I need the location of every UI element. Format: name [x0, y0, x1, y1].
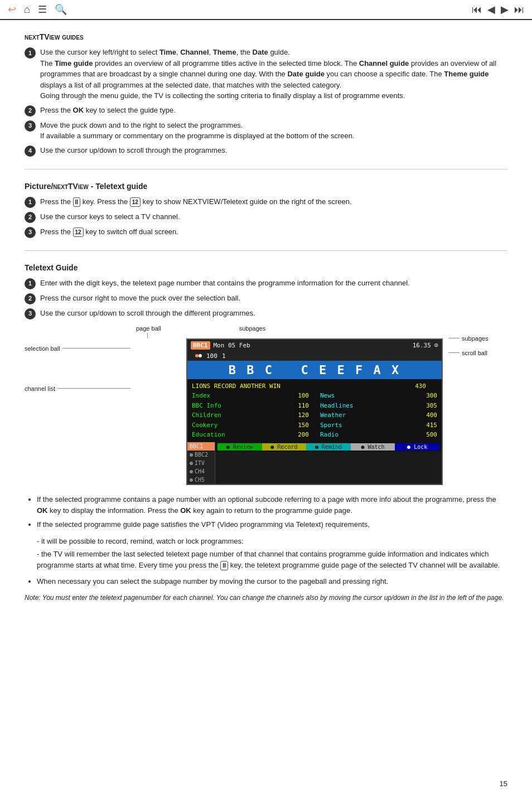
ch-ch5-row: CH5	[187, 476, 215, 484]
teletext-bullet-3: When necessary you can select the subpag…	[25, 576, 507, 587]
tt-num-2b: 305	[379, 401, 437, 411]
selection-ball-connector	[62, 348, 130, 348]
section-title-text: nextTView guides	[25, 32, 84, 41]
selection-ball-label-text: selection ball	[25, 345, 60, 352]
tt-headline: B B C C E E F A X	[187, 361, 442, 379]
page-ball-vert-line	[147, 333, 148, 338]
note-text: Note: You must enter the teletext pagenu…	[25, 593, 507, 603]
nexttview-step-3-content: Move the puck down and to the right to s…	[40, 120, 507, 142]
bold-date-guide: Date guide	[287, 70, 324, 78]
picture-teletext-section: Picture/nextTView - Teletext guide 1 Pre…	[25, 182, 507, 238]
diagram-top-labels: page ball subpages	[136, 325, 507, 332]
picture-teletext-title: Picture/nextTView - Teletext guide	[25, 182, 507, 191]
bold-channel-guide: Channel guide	[359, 59, 409, 67]
step-num-3: 3	[25, 120, 36, 132]
home-icon[interactable]: ⌂	[24, 4, 30, 16]
footer-lock: ● Lock	[395, 443, 439, 451]
tt-index: Index	[192, 391, 250, 401]
bold-time-guide: Time guide	[55, 59, 93, 67]
footer-watch: ● Watch	[351, 443, 395, 451]
tt-content-row-4: Cookery 150 Sports 415	[192, 420, 437, 430]
skip-forward-icon[interactable]: ⏭	[514, 4, 524, 16]
ch-ch5: CH5	[195, 477, 205, 483]
tt-content: LIONS RECORD ANOTHER WIN 430 Index 100 N…	[187, 379, 442, 443]
nexttview-step-2: 2 Press the OK key to select the guide t…	[25, 105, 507, 117]
nexttview-title: nextTView guides	[25, 32, 507, 41]
subpages-label: subpages	[239, 325, 266, 332]
bullet-2: If the selected programme guide page sat…	[37, 519, 507, 530]
nexttview-section: nextTView guides 1 Use the cursor key le…	[25, 32, 507, 157]
nexttview-step-4-content: Use the cursor up/down to scroll through…	[40, 145, 507, 156]
pt-step-1: 1 Press the II key. Press the 12 key to …	[25, 196, 507, 208]
tg-step-1-content: Enter with the digit keys, the teletext …	[40, 278, 507, 289]
diagram-main: selection ball channel list	[25, 333, 507, 486]
prev-icon[interactable]: ◀	[487, 3, 495, 16]
dash-1: it will be possible to record, remind, w…	[25, 536, 507, 547]
nexttview-step-1: 1 Use the cursor key left/right to selec…	[25, 47, 507, 101]
pt-step-3-content: Press the 12 key to switch off dual scre…	[40, 226, 507, 238]
tt-screen-wrapper: BBC1 Mon 05 Feb 16.35 ⊙ 100 1	[130, 333, 443, 486]
tt-bbcinfo: BBC Info	[192, 401, 250, 411]
scroll-ball-right-text: scroll ball	[462, 350, 487, 356]
divider-1	[25, 169, 507, 170]
tt-time: 16.35	[413, 342, 431, 349]
tt-num-2a: 110	[250, 401, 320, 411]
bold-theme-guide: Theme guide	[444, 70, 489, 78]
toolbar-left: ↩ ⌂ ☰ 🔍	[8, 3, 67, 16]
ok-bold-1: OK	[37, 506, 48, 515]
key-ii-ref: II	[220, 561, 228, 570]
selection-ball-line: selection ball	[25, 345, 130, 352]
skip-back-icon[interactable]: ⏮	[472, 4, 482, 16]
teletext-title-text: Teletext Guide	[25, 263, 78, 272]
footer-remind: ● Remind	[306, 443, 351, 451]
ch-ch4: CH4	[195, 468, 205, 474]
ch-bbc1-row: BBC1	[187, 442, 215, 451]
key-12-b: 12	[73, 227, 84, 237]
main-content: nextTView guides 1 Use the cursor key le…	[0, 20, 532, 619]
step-num-1: 1	[25, 47, 36, 59]
nexttview-step-3: 3 Move the puck down and to the right to…	[25, 120, 507, 142]
tt-education: Education	[192, 430, 250, 440]
pt-step-num-1: 1	[25, 197, 36, 208]
tt-num-4a: 150	[250, 420, 320, 430]
ch-bbc2-row: BBC2	[187, 451, 215, 459]
search-icon[interactable]: 🔍	[55, 3, 67, 16]
back-icon[interactable]: ↩	[8, 3, 16, 16]
tg-step-2-content: Press the cursor right to move the puck …	[40, 293, 507, 304]
ch-bbc1: BBC1	[190, 443, 203, 449]
tt-content-row-2: BBC Info 110 Headlines 305	[192, 401, 437, 411]
ch-ch4-row: CH4	[187, 467, 215, 476]
bullet-3: When necessary you can select the subpag…	[37, 576, 507, 587]
channel-list-line: channel list	[25, 385, 130, 392]
channel-logo: BBC1	[191, 341, 210, 350]
key-12-a: 12	[130, 197, 141, 207]
teletext-diagram: page ball subpages selection ball channe…	[25, 325, 507, 486]
tt-dot-2	[199, 354, 202, 357]
bold-date: Date	[253, 48, 268, 56]
ch-itv: ITV	[195, 460, 205, 466]
tt-page-row: 100 1	[187, 351, 442, 361]
tt-num-0: 430	[309, 381, 437, 391]
key-ii: II	[73, 197, 81, 207]
channel-list-label-text: channel list	[25, 385, 55, 392]
tg-step-3-content: Use the cursor up/down to scroll through…	[40, 308, 507, 319]
nexttview-step-1-content: Use the cursor key left/right to select …	[40, 47, 507, 101]
tt-content-row-5: Education 200 Radio 500	[192, 430, 437, 440]
pt-step-num-3: 3	[25, 227, 36, 238]
tt-num-5a: 200	[250, 430, 320, 440]
tg-step-3: 3 Use the cursor up/down to scroll throu…	[25, 308, 507, 319]
menu-icon[interactable]: ☰	[38, 3, 47, 16]
pt-step-2-content: Use the cursor keys to select a TV chann…	[40, 211, 507, 222]
next-icon[interactable]: ▶	[501, 3, 509, 16]
nexttview-steps: 1 Use the cursor key left/right to selec…	[25, 47, 507, 157]
toolbar: ↩ ⌂ ☰ 🔍 ⏮ ◀ ▶ ⏭	[0, 0, 532, 20]
tg-step-num-1: 1	[25, 278, 36, 289]
ch-bbc2-dot	[190, 453, 193, 457]
pt-step-1-content: Press the II key. Press the 12 key to sh…	[40, 196, 507, 207]
channel-list-sidebar: BBC1 BBC2 ITV	[187, 442, 215, 484]
tt-num-5b: 500	[379, 430, 437, 440]
pt-step-num-2: 2	[25, 212, 36, 223]
tt-lions: LIONS RECORD ANOTHER WIN	[192, 381, 309, 391]
scroll-ball-right-label: scroll ball	[448, 350, 489, 356]
tt-children: Children	[192, 410, 250, 420]
